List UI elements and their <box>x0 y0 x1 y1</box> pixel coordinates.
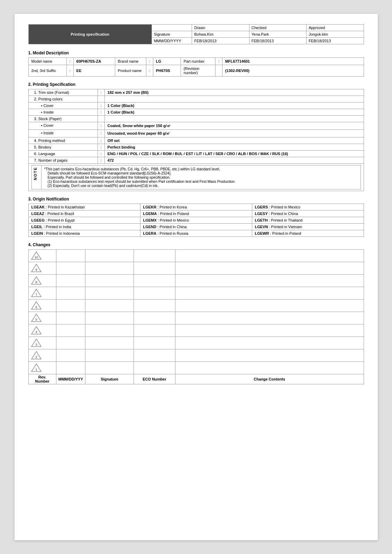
changes-contents-4 <box>175 324 364 337</box>
note-side-label: NOTE <box>31 166 41 189</box>
changes-row-1: 1 <box>28 362 364 374</box>
triangle-6-icon: 6 <box>31 301 42 310</box>
origin-lgeeg: LGEEG : Printed in Egypt <box>28 217 140 224</box>
changes-eco-4 <box>134 324 175 337</box>
colors-value <box>104 96 364 102</box>
changes-rev-2: 2 <box>28 349 56 362</box>
note-line-2: Details should be followed Eco-SCM manag… <box>44 171 358 175</box>
origin-lgeil-code: LGEIL <box>31 225 43 229</box>
changes-eco-1 <box>134 362 175 374</box>
revision-value: (1302-REV00) <box>222 65 364 77</box>
triangle-4-icon: 4 <box>31 325 42 335</box>
svg-text:5: 5 <box>35 318 37 321</box>
trim-label: 1. Trim size (Format) <box>28 89 98 96</box>
inside-color-value: 1 Color (Black) <box>104 109 364 116</box>
changes-footer-sig: Signature <box>85 374 134 384</box>
origin-lgein: LGEIN : Printed in Indonesia <box>28 230 140 237</box>
changes-date-9 <box>56 262 85 275</box>
changes-rev-10: 10 <box>28 250 56 262</box>
origin-lgema-value: Printed in Poland <box>160 212 189 216</box>
pages-label: 7. Number of pages <box>28 157 98 164</box>
origin-lgeil: LGEIL : Printed in India <box>28 224 140 230</box>
origin-lgeeg-value: Printed in Egypt <box>48 218 75 222</box>
changes-footer-eco: ECO Number <box>134 374 175 384</box>
note-line-3: Especially, Part should be followed and … <box>44 175 358 179</box>
brand-colon: : <box>146 58 153 65</box>
spec-row-colors: 2. Printing colors <box>28 96 364 102</box>
changes-row-2: 2 <box>28 349 364 362</box>
language-value: ENG / HUN / POL / CZE / SLK / ROM / BUL … <box>104 151 364 157</box>
origin-lgeak: LGEAK : Printed in Kazakhstan <box>28 204 140 211</box>
method-colon: : <box>98 137 104 144</box>
note-row: NOTE *This part contains Eco-hazardous s… <box>31 166 361 189</box>
model-name-colon: : <box>66 58 73 65</box>
triangle-10-icon: 10 <box>31 251 42 260</box>
changes-footer-date: MMM/DD/YYY <box>56 374 85 384</box>
note-line-4: (1) Eco-hazardous substances test report… <box>44 179 358 184</box>
document-title: Printing specification <box>28 25 152 44</box>
changes-date-8 <box>56 275 85 287</box>
inside-paper-value: Uncoated, wood-free paper 60 g/㎡ <box>104 130 364 137</box>
product-value: PH670S <box>153 65 181 77</box>
spec-row-bindery: 5. Bindery : Perfect binding <box>28 144 364 151</box>
method-value: Off set <box>104 137 364 144</box>
model-table: Model name : 60PH670S-ZA Brand name : LG… <box>28 57 364 77</box>
spec-row-cover-paper: • Cover : Coated, Snow white paper 150 g… <box>28 122 364 130</box>
triangle-1-icon: 1 <box>31 363 42 373</box>
origin-lgemx-code: LGEMX <box>143 218 157 222</box>
origin-lgend-value: Printed in China <box>159 225 186 229</box>
changes-contents-7 <box>175 287 364 300</box>
origin-lgemx-value: Printed in Mexico <box>160 218 189 222</box>
cover-value: 1 Color (Black) <box>104 102 364 109</box>
changes-rev-6: 6 <box>28 300 56 312</box>
changes-date-2 <box>56 349 85 362</box>
bindery-colon: : <box>98 144 104 151</box>
header-checked-label: Checked <box>249 25 306 31</box>
stock-value <box>104 116 364 122</box>
changes-contents-6 <box>175 300 364 312</box>
triangle-9-icon: 9 <box>31 263 42 273</box>
origin-row-2: LGEAZ : Printed in Brazil LGEMA : Printe… <box>28 211 364 217</box>
inside-paper-label: • Inside <box>28 130 98 137</box>
changes-eco-3 <box>134 337 175 349</box>
changes-sig-4 <box>85 324 134 337</box>
changes-sig-10 <box>85 250 134 262</box>
changes-rev-8: 8 <box>28 275 56 287</box>
header-date-label: MMM/DD/YYYY <box>152 38 192 44</box>
triangle-5-icon: 5 <box>31 313 42 323</box>
origin-lgera: LGERA : Printed in Russia <box>140 230 252 237</box>
origin-lgevn-code: LGEVN <box>255 225 268 229</box>
changes-sig-7 <box>85 287 134 300</box>
changes-footer-row: Rev. Number MMM/DD/YYY Signature ECO Num… <box>28 374 364 384</box>
svg-text:4: 4 <box>35 330 37 334</box>
inside-color-colon: : <box>98 109 104 116</box>
header-approved-label: Approved <box>307 25 364 31</box>
changes-row-3: 3 <box>28 337 364 349</box>
changes-contents-2 <box>175 349 364 362</box>
model-name-value: 60PH670S-ZA <box>73 58 115 65</box>
changes-footer-contents: Change Contents <box>175 374 364 384</box>
cover-paper-colon: : <box>98 122 104 130</box>
changes-date-7 <box>56 287 85 300</box>
changes-contents-3 <box>175 337 364 349</box>
language-colon: : <box>98 151 104 157</box>
triangle-8-icon: 8 <box>31 276 42 285</box>
origin-lgekr-code: LGEKR <box>143 205 157 209</box>
suffix-label: 2nd, 3rd Suffix <box>28 65 66 77</box>
changes-rev-9: 9 <box>28 262 56 275</box>
header-checked-date: FEB/18/2013 <box>249 38 306 44</box>
changes-row-4: 4 <box>28 324 364 337</box>
changes-eco-2 <box>134 349 175 362</box>
origin-lgeth-code: LGETH <box>255 218 268 222</box>
header-drawn-sig: Bohwa.Kim <box>192 31 249 38</box>
product-label: Product name <box>115 65 146 77</box>
origin-lgeaz-value: Printed in Brazil <box>47 212 74 216</box>
trim-value: 182 mm x 257 mm (B5) <box>104 89 364 96</box>
spec-note-row: NOTE *This part contains Eco-hazardous s… <box>28 164 364 191</box>
changes-row-10: 10 <box>28 250 364 262</box>
origin-row-3: LGEEG : Printed in Egypt LGEMX : Printed… <box>28 217 364 224</box>
origin-lgekr-value: Printed in Korea <box>159 205 187 209</box>
colors-label: 2. Printing colors <box>28 96 98 102</box>
origin-row-5: LGEIN : Printed in Indonesia LGERA : Pri… <box>28 230 364 237</box>
bindery-label: 5. Bindery <box>28 144 98 151</box>
